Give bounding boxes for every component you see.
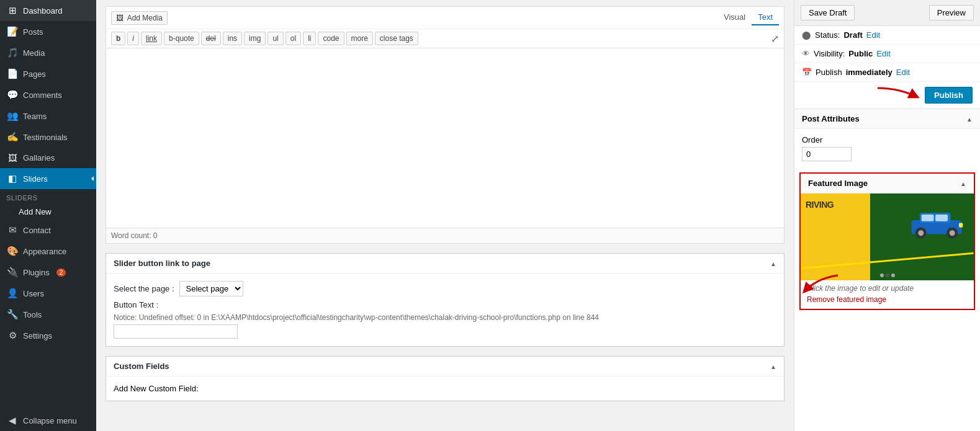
format-code-button[interactable]: code [318,32,344,45]
sidebar-item-comments[interactable]: 💬 Comments [0,84,96,105]
pages-icon: 📄 [6,68,19,79]
post-attributes-header[interactable]: Post Attributes [794,109,980,129]
save-draft-button[interactable]: Save Draft [801,5,855,20]
word-count-bar: Word count: 0 [106,228,784,244]
status-edit-link[interactable]: Edit [866,30,880,40]
format-closetags-button[interactable]: close tags [375,32,418,45]
sidebar-item-media[interactable]: 🎵 Media [0,42,96,63]
format-link-button[interactable]: link [141,32,162,45]
custom-fields-content: Add New Custom Field: [106,376,784,401]
editor-toolbar: 🖼 Add Media Visual Text b i link b-quote… [106,6,784,48]
featured-image-section: Featured Image RIVING [799,172,975,310]
format-italic-button[interactable]: i [127,32,139,45]
format-del-button[interactable]: del [201,32,221,45]
svg-rect-9 [959,223,963,228]
format-ol-button[interactable]: ol [285,32,301,45]
sidebar-item-pages[interactable]: 📄 Pages [0,63,96,84]
select-page-label: Select the page : [114,284,174,293]
format-more-button[interactable]: more [346,32,373,45]
users-icon: 👤 [6,288,19,299]
button-text-input[interactable] [114,324,238,339]
sidebar-item-posts[interactable]: 📝 Posts [0,21,96,42]
editor-content: 🖼 Add Media Visual Text b i link b-quote… [96,0,794,431]
car-svg [909,206,964,240]
sidebar-item-teams[interactable]: 👥 Teams [0,105,96,127]
expand-editor-button[interactable]: ⤢ [771,33,779,45]
dashboard-icon: ⊞ [6,5,19,16]
sidebar-item-testimonials[interactable]: ✍ Testimonials [0,127,96,148]
sidebar-subitem-add-new[interactable]: Add New [0,204,96,220]
sidebar-item-tools[interactable]: 🔧 Tools [0,304,96,325]
driving-text: RIVING [806,200,834,210]
format-bold-button[interactable]: b [111,32,125,45]
sidebar-item-plugins[interactable]: 🔌 Plugins 2 [0,262,96,283]
custom-fields-box: Custom Fields Add New Custom Field: [106,356,784,401]
select-page-dropdown[interactable]: Select page [179,281,243,296]
publish-button[interactable]: Publish [925,87,973,104]
tab-visual[interactable]: Visual [717,10,752,25]
featured-image-header[interactable]: Featured Image [801,174,974,193]
post-attributes-chevron [966,114,973,123]
sidebar-item-gallaries[interactable]: 🖼 Gallaries [0,148,96,168]
remove-featured-wrapper: Remove featured image [801,294,974,309]
featured-image-thumbnail[interactable]: RIVING [801,193,974,280]
sidebar-item-settings[interactable]: ⚙ Settings [0,325,96,346]
status-label: Status: [815,30,840,40]
slider-link-content: Select the page : Select page Button Tex… [106,273,784,346]
sidebar-item-contact[interactable]: ✉ Contact [0,220,96,241]
slider-link-box: Slider button link to page Select the pa… [106,253,784,347]
tab-text[interactable]: Text [752,10,779,25]
sidebar: ⊞ Dashboard 📝 Posts 🎵 Media 📄 Pages 💬 Co… [0,0,96,431]
preview-button[interactable]: Preview [929,5,974,20]
publish-time-edit-link[interactable]: Edit [896,68,910,77]
plugins-icon: 🔌 [6,267,19,278]
visibility-value: Public [848,49,873,58]
view-tabs: Visual Text [717,10,779,25]
sidebar-item-appearance[interactable]: 🎨 Appearance [0,241,96,262]
custom-fields-chevron-up [770,362,776,371]
featured-image-chevron [960,179,966,188]
posts-icon: 📝 [6,26,19,37]
media-add-icon: 🖼 [116,14,124,22]
appearance-icon: 🎨 [6,246,19,257]
sidebar-item-collapse[interactable]: ◀ Collapse menu [0,410,96,431]
publish-box: ⬤ Status: Draft Edit 👁 Visibility: Publi… [794,26,980,109]
editor-body[interactable] [106,48,784,228]
visibility-edit-link[interactable]: Edit [876,49,890,58]
visibility-icon: 👁 [802,49,810,58]
format-bquote-button[interactable]: b-quote [164,32,199,45]
settings-icon: ⚙ [6,330,19,341]
plugins-badge: 2 [56,269,66,277]
publish-time-row: 📅 Publish immediately Edit [794,63,980,82]
post-attributes-section: Post Attributes Order [794,109,980,167]
slider-link-header[interactable]: Slider button link to page [106,254,784,273]
sliders-section-label: Sliders [0,189,96,204]
add-media-button[interactable]: 🖼 Add Media [111,11,168,25]
dot-2 [886,273,889,277]
sidebar-item-sliders[interactable]: ◧ Sliders [0,168,96,189]
add-custom-field-label: Add New Custom Field: [114,384,776,393]
calendar-icon: 📅 [802,68,812,77]
svg-rect-4 [935,215,948,221]
format-ins-button[interactable]: ins [223,32,242,45]
sidebar-item-dashboard[interactable]: ⊞ Dashboard [0,0,96,21]
comments-icon: 💬 [6,89,19,100]
button-text-row: Button Text : [114,300,776,309]
order-input[interactable] [802,147,852,161]
notice-text: Notice: Undefined offset: 0 in E:\XAAMP\… [114,313,776,322]
format-img-button[interactable]: img [244,32,266,45]
custom-fields-header[interactable]: Custom Fields [106,357,784,376]
svg-point-8 [950,230,955,236]
publish-time-value: immediately [846,68,892,77]
slider-link-chevron-up [770,259,776,268]
format-ul-button[interactable]: ul [267,32,283,45]
main-area: 🖼 Add Media Visual Text b i link b-quote… [96,0,980,431]
status-row: ⬤ Status: Draft Edit [794,26,980,45]
thumbnail-dots [880,273,895,277]
status-icon: ⬤ [802,30,811,40]
format-li-button[interactable]: li [303,32,316,45]
sidebar-item-users[interactable]: 👤 Users [0,283,96,304]
remove-featured-link[interactable]: Remove featured image [801,294,974,309]
order-label: Order [802,135,973,144]
contact-icon: ✉ [6,224,19,236]
